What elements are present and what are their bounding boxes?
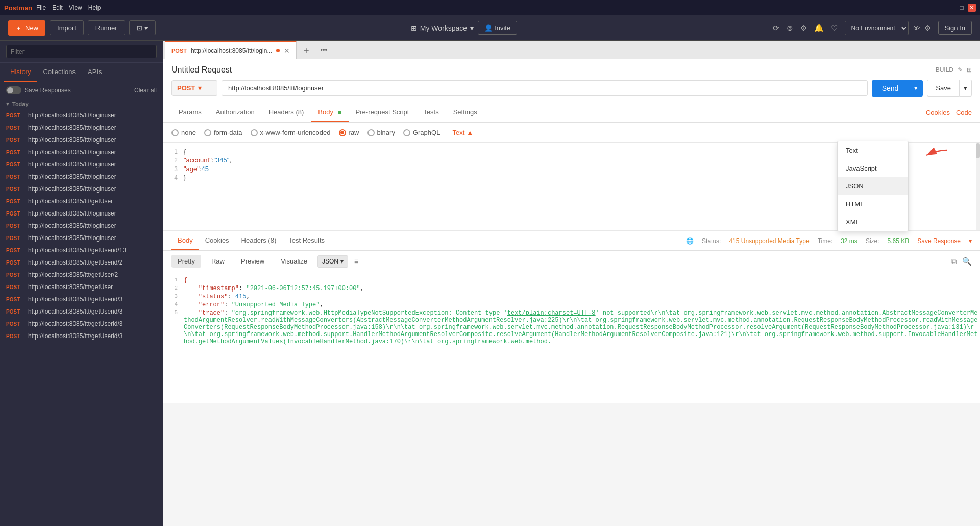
radio-graphql-circle: [403, 129, 410, 136]
new-button[interactable]: ＋ New: [8, 20, 45, 36]
dropdown-item-xml[interactable]: XML: [838, 213, 908, 231]
url-input[interactable]: [222, 80, 868, 96]
filter-icon[interactable]: ≡: [354, 257, 359, 266]
radio-raw[interactable]: raw: [339, 129, 359, 136]
dropdown-item-json[interactable]: JSON: [838, 177, 908, 195]
resp-tab-body[interactable]: Body: [172, 231, 199, 250]
tab-apis[interactable]: APIs: [82, 63, 108, 82]
close-button[interactable]: ✕: [968, 4, 976, 12]
req-tab-body[interactable]: Body: [311, 103, 348, 122]
dropdown-item-javascript[interactable]: JavaScript: [838, 159, 908, 177]
save-arrow-button[interactable]: ▾: [960, 80, 972, 97]
save-response-button[interactable]: Save Response: [917, 237, 961, 245]
resp-tab-test-results[interactable]: Test Results: [282, 231, 331, 250]
method-select[interactable]: POST ▾: [172, 80, 217, 96]
list-item[interactable]: POSThttp://localhost:8085/ttt/loginuser: [0, 183, 163, 195]
list-item[interactable]: POSThttp://localhost:8085/ttt/loginuser: [0, 158, 163, 171]
save-response-chevron-icon[interactable]: ▾: [969, 237, 972, 245]
menu-file[interactable]: File: [36, 4, 46, 11]
cookies-link[interactable]: Cookies: [926, 109, 950, 116]
tab-add-button[interactable]: ＋: [297, 44, 316, 56]
send-button[interactable]: Send: [872, 80, 909, 97]
import-button[interactable]: Import: [50, 20, 84, 35]
runner-button[interactable]: Runner: [88, 20, 125, 35]
list-item[interactable]: POSThttp://localhost:8085/ttt/getUser: [0, 281, 163, 293]
settings2-icon[interactable]: ⚙: [924, 23, 931, 33]
minimize-button[interactable]: —: [947, 4, 955, 12]
history-url: http://localhost:8085/ttt/getUserid/3: [28, 308, 122, 315]
list-item[interactable]: POSThttp://localhost:8085/ttt/getUserid/…: [0, 256, 163, 269]
resp-tab-cookies[interactable]: Cookies: [199, 231, 235, 250]
req-tab-authorization[interactable]: Authorization: [209, 103, 262, 122]
tab-history[interactable]: History: [4, 63, 37, 82]
settings-icon[interactable]: ⚙: [800, 23, 807, 33]
list-item[interactable]: POSThttp://localhost:8085/ttt/getUserid/…: [0, 293, 163, 305]
list-item[interactable]: POSThttp://localhost:8085/ttt/getUserid/…: [0, 305, 163, 318]
menu-view[interactable]: View: [69, 4, 82, 11]
copy-icon[interactable]: ⧉: [951, 257, 957, 266]
radio-graphql[interactable]: GraphQL: [403, 129, 440, 136]
list-item[interactable]: POSThttp://localhost:8085/ttt/loginuser: [0, 109, 163, 122]
radio-form-data[interactable]: form-data: [204, 129, 242, 136]
send-arrow-button[interactable]: ▾: [909, 80, 923, 97]
invite-button[interactable]: 👤 Invite: [478, 21, 517, 35]
tab-collections[interactable]: Collections: [37, 63, 82, 82]
tab-close-button[interactable]: ✕: [284, 46, 290, 55]
search-icon[interactable]: 🔍: [962, 257, 972, 266]
list-item[interactable]: POSThttp://localhost:8085/ttt/loginuser: [0, 232, 163, 244]
format-badge[interactable]: JSON ▾: [317, 255, 348, 268]
resp-preview-button[interactable]: Preview: [235, 255, 271, 268]
code-link[interactable]: Code: [956, 109, 972, 116]
resp-raw-button[interactable]: Raw: [205, 255, 231, 268]
list-item[interactable]: POSThttp://localhost:8085/ttt/getUserid/…: [0, 244, 163, 256]
tab-more-button[interactable]: •••: [316, 46, 331, 54]
list-item[interactable]: POSThttp://localhost:8085/ttt/loginuser: [0, 134, 163, 146]
req-tab-headers[interactable]: Headers (8): [262, 103, 311, 122]
clear-all-button[interactable]: Clear all: [134, 87, 157, 94]
save-responses-toggle[interactable]: Save Responses: [6, 86, 71, 94]
eye-icon[interactable]: 👁: [913, 23, 920, 32]
dropdown-item-html[interactable]: HTML: [838, 195, 908, 213]
dropdown-item-text[interactable]: Text: [838, 141, 908, 159]
list-item[interactable]: POSThttp://localhost:8085/ttt/getUserid/…: [0, 330, 163, 342]
maximize-button[interactable]: □: [958, 4, 966, 12]
menu-edit[interactable]: Edit: [52, 4, 63, 11]
list-item[interactable]: POSThttp://localhost:8085/ttt/getUser/2: [0, 269, 163, 281]
sign-in-button[interactable]: Sign In: [938, 21, 972, 35]
toggle-switch[interactable]: [6, 86, 21, 94]
save-button[interactable]: Save: [927, 80, 960, 97]
list-item[interactable]: POSThttp://localhost:8085/ttt/getUser: [0, 195, 163, 207]
capture-button[interactable]: ⊡ ▾: [129, 20, 156, 35]
heart-icon[interactable]: ♡: [831, 23, 838, 33]
req-tab-settings[interactable]: Settings: [446, 103, 484, 122]
editor-scrollbar[interactable]: [976, 143, 980, 230]
environment-select[interactable]: No Environment: [845, 21, 909, 35]
list-item[interactable]: POSThttp://localhost:8085/ttt/loginuser: [0, 220, 163, 232]
scrollbar-thumb[interactable]: [976, 143, 980, 158]
request-tab[interactable]: POST http://localhost:8085/ttt/login... …: [165, 41, 297, 59]
list-item[interactable]: POSThttp://localhost:8085/ttt/loginuser: [0, 171, 163, 183]
bell-icon[interactable]: 🔔: [814, 23, 824, 33]
list-item[interactable]: POSThttp://localhost:8085/ttt/loginuser: [0, 122, 163, 134]
req-tab-prerequest[interactable]: Pre-request Script: [349, 103, 416, 122]
method-badge: POST: [6, 272, 24, 278]
menu-help[interactable]: Help: [88, 4, 101, 11]
search-input[interactable]: [6, 45, 157, 58]
resp-visualize-button[interactable]: Visualize: [275, 255, 313, 268]
list-item[interactable]: POSThttp://localhost:8085/ttt/getUserid/…: [0, 318, 163, 330]
req-tab-params[interactable]: Params: [172, 103, 209, 122]
list-item[interactable]: POSThttp://localhost:8085/ttt/loginuser: [0, 207, 163, 220]
list-item[interactable]: POSThttp://localhost:8085/ttt/loginuser: [0, 146, 163, 158]
radio-urlencoded[interactable]: x-www-form-urlencoded: [251, 129, 331, 136]
layout-icon[interactable]: ⊞: [967, 66, 972, 74]
workspace-button[interactable]: ⊞ My Workspace ▾: [411, 24, 474, 32]
resp-tab-headers[interactable]: Headers (8): [235, 231, 283, 250]
sync-icon[interactable]: ⟳: [773, 23, 779, 33]
req-tab-tests[interactable]: Tests: [416, 103, 446, 122]
edit-icon[interactable]: ✎: [958, 66, 963, 74]
text-type-button[interactable]: Text ▲: [448, 127, 477, 138]
radio-binary[interactable]: binary: [368, 129, 395, 136]
resp-pretty-button[interactable]: Pretty: [172, 255, 201, 268]
satellite-icon[interactable]: ⊚: [787, 23, 793, 33]
radio-none[interactable]: none: [172, 129, 196, 136]
